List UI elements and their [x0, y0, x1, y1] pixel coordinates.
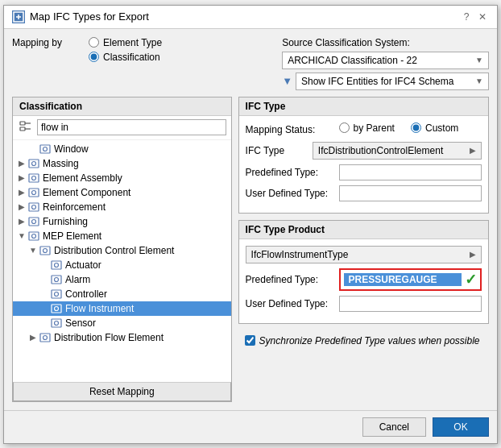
radio-element-type-input[interactable]	[89, 37, 99, 48]
reset-mapping-button[interactable]: Reset Mapping	[13, 382, 231, 401]
tree-item-reinforcement[interactable]: ▶ Reinforcement	[13, 200, 231, 214]
radio-custom[interactable]: Custom	[411, 122, 458, 134]
svg-rect-13	[29, 189, 39, 197]
tree-label-controller: Controller	[65, 288, 107, 300]
svg-point-12	[32, 176, 36, 180]
tree-toggle-massing[interactable]: ▶	[16, 159, 27, 168]
tree-item-element-component[interactable]: ▶ Element Component	[13, 185, 231, 200]
ok-button[interactable]: OK	[433, 417, 489, 437]
filter-select-value: Show IFC Entities for IFC4 Schema	[301, 76, 453, 87]
radio-custom-input[interactable]	[411, 122, 421, 133]
tree-icon-alarm	[50, 274, 63, 285]
tree-item-massing[interactable]: ▶ Massing	[13, 156, 231, 171]
mapping-section: Mapping by Element Type Classification	[12, 37, 162, 63]
help-button[interactable]: ?	[460, 10, 473, 23]
user-defined-type-input-1[interactable]	[339, 185, 482, 201]
sync-checkbox[interactable]	[245, 335, 255, 346]
svg-point-20	[32, 234, 36, 238]
dialog-content: Mapping by Element Type Classification S…	[4, 29, 497, 410]
svg-point-28	[55, 292, 59, 296]
radio-by-parent[interactable]: by Parent	[339, 122, 395, 134]
classification-panel: Classification ▶	[12, 97, 232, 402]
user-defined-type-input-2[interactable]	[339, 296, 482, 312]
source-section: Source Classification System: ARCHICAD C…	[282, 37, 489, 90]
svg-rect-11	[29, 174, 39, 182]
close-button[interactable]: ✕	[476, 10, 489, 23]
tree-toggle-element-component[interactable]: ▶	[16, 188, 27, 197]
radio-classification-label: Classification	[103, 52, 160, 63]
tree-icon-mep-element	[27, 230, 40, 242]
ifc-type-label: IFC Type	[246, 145, 308, 156]
title-bar: Map IFC Types for Export ? ✕	[4, 6, 497, 29]
tree-icon-element-component	[27, 187, 40, 198]
svg-rect-23	[52, 261, 61, 269]
tree-area: ▶ Window ▶	[13, 140, 231, 382]
svg-rect-27	[52, 290, 61, 298]
filter-select[interactable]: Show IFC Entities for IFC4 Schema ▼	[296, 73, 489, 90]
tree-item-window[interactable]: ▶ Window	[13, 142, 231, 156]
predefined-type-label-1: Predefined Type:	[246, 167, 334, 178]
ifc-type-select[interactable]: IfcDistributionControlElement ▶	[313, 142, 482, 160]
tree-icon-massing	[27, 158, 40, 169]
top-section: Mapping by Element Type Classification S…	[12, 37, 489, 90]
svg-rect-19	[29, 232, 39, 240]
tree-item-alarm[interactable]: Alarm	[13, 272, 231, 287]
tree-view-toggle[interactable]	[18, 119, 34, 136]
cancel-button[interactable]: Cancel	[362, 417, 426, 437]
tree-item-dist-flow[interactable]: ▶ Distribution Flow Element	[13, 330, 231, 345]
dialog-icon	[12, 10, 25, 23]
search-row	[13, 116, 231, 140]
tree-toggle-dist-flow[interactable]: ▶	[27, 333, 39, 342]
source-select[interactable]: ARCHICAD Classification - 22 ▼	[282, 52, 489, 69]
svg-rect-21	[40, 247, 50, 255]
ifc-type-field-row: IFC Type IfcDistributionControlElement ▶	[246, 142, 482, 160]
sync-label: Synchronize Predefined Type values when …	[259, 335, 480, 346]
svg-point-14	[32, 190, 36, 194]
ifc-type-product-select-arrow: ▶	[470, 250, 476, 259]
ifc-type-body: Mapping Status: by Parent Custom	[239, 116, 488, 213]
tree-item-mep-element[interactable]: ▼ MEP Element	[13, 229, 231, 243]
svg-rect-25	[52, 276, 61, 284]
predefined-type-row-2: Predefined Type: PRESSUREGAUGE ✓	[246, 268, 482, 291]
tree-toggle-mep-element[interactable]: ▼	[16, 231, 27, 240]
svg-point-30	[55, 306, 59, 310]
tree-item-sensor[interactable]: Sensor	[13, 316, 231, 330]
radio-classification-input[interactable]	[89, 52, 99, 62]
svg-point-10	[32, 161, 36, 165]
tree-toggle-reinforcement[interactable]: ▶	[16, 202, 27, 211]
radio-custom-label: Custom	[425, 122, 458, 134]
ifc-type-select-arrow: ▶	[470, 146, 476, 155]
tree-item-furnishing[interactable]: ▶ Furnishing	[13, 214, 231, 229]
ifc-type-product-select[interactable]: IfcFlowInstrumentType ▶	[246, 246, 482, 263]
svg-rect-3	[20, 122, 25, 125]
tree-toggle-furnishing[interactable]: ▶	[16, 217, 27, 226]
radio-by-parent-input[interactable]	[339, 122, 350, 133]
tree-item-controller[interactable]: Controller	[13, 287, 231, 301]
tree-label-furnishing: Furnishing	[43, 216, 88, 227]
ifc-type-product-select-value: IfcFlowInstrumentType	[251, 249, 349, 260]
tree-item-element-assembly[interactable]: ▶ Element Assembly	[13, 171, 231, 185]
tree-item-flow-instrument[interactable]: Flow Instrument	[13, 301, 231, 316]
search-input[interactable]	[37, 119, 226, 135]
user-defined-type-label-1: User Defined Type:	[246, 188, 334, 199]
tree-toggle-element-assembly[interactable]: ▶	[16, 173, 27, 182]
ifc-type-section: IFC Type Mapping Status: by Parent	[238, 97, 489, 214]
radio-element-type-label: Element Type	[103, 37, 162, 48]
tree-icon-element-assembly	[27, 172, 40, 184]
svg-point-34	[43, 335, 48, 339]
predefined-type-input-1[interactable]	[339, 164, 482, 180]
sync-checkbox-row: Synchronize Predefined Type values when …	[238, 330, 489, 350]
radio-classification[interactable]: Classification	[89, 52, 162, 63]
tree-toggle-dist-control[interactable]: ▼	[27, 246, 39, 255]
mapping-status-label: Mapping Status:	[246, 124, 334, 135]
ifc-type-product-field-row: IfcFlowInstrumentType ▶	[246, 246, 482, 263]
tree-item-dist-control[interactable]: ▼ Distribution Control Element	[13, 243, 231, 258]
filter-row: ▼ Show IFC Entities for IFC4 Schema ▼	[282, 73, 489, 90]
svg-point-26	[55, 277, 59, 281]
tree-item-actuator[interactable]: Actuator	[13, 258, 231, 272]
radio-element-type[interactable]: Element Type	[89, 37, 162, 48]
classification-panel-header: Classification	[13, 97, 231, 116]
svg-rect-15	[29, 203, 39, 211]
svg-point-16	[32, 205, 36, 209]
source-select-arrow: ▼	[475, 56, 483, 64]
